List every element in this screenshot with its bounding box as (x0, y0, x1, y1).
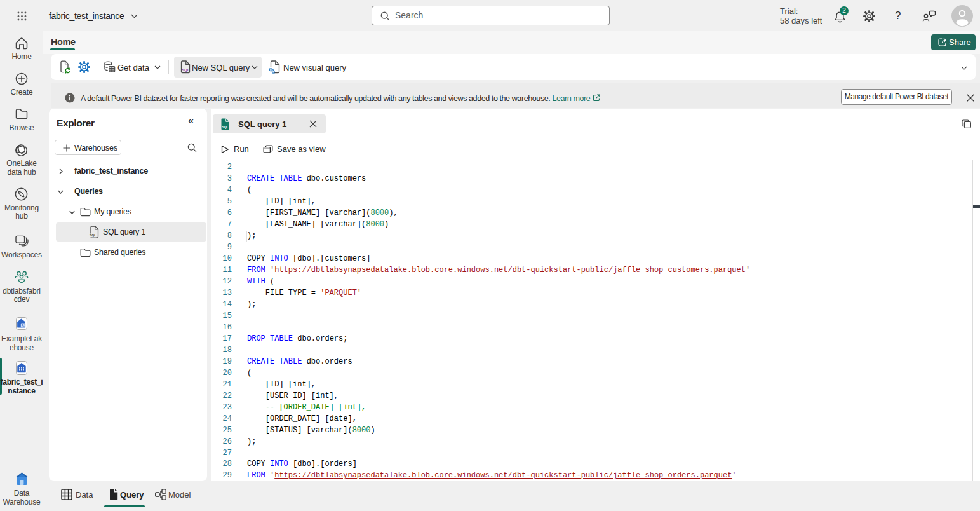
svg-text:SQL: SQL (90, 233, 97, 237)
svg-text:SQL: SQL (182, 68, 190, 72)
svg-text:SQL: SQL (222, 125, 228, 129)
